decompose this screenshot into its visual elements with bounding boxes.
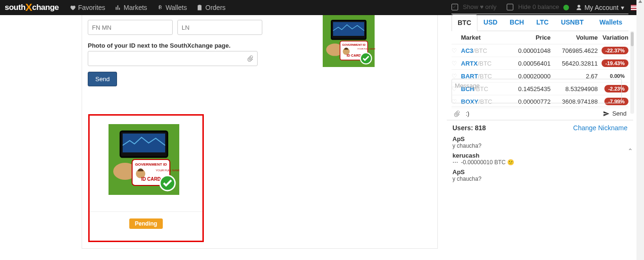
tab-usnbt[interactable]: USNBT (555, 14, 590, 31)
show-favorites-label: Show ♥ only (463, 3, 496, 10)
chat-panel: Users: 818 Change Nickname ⌃ ApSy chauch… (447, 120, 633, 120)
nav-orders[interactable]: Orders (196, 4, 226, 11)
heart-icon (69, 4, 76, 11)
btc-icon (157, 4, 163, 11)
brand-logo[interactable]: southXchange (5, 1, 59, 14)
uploaded-id-thumbnail: GOVERNMENT ID YOUR FULL NAME ID CARD (109, 124, 202, 195)
send-icon (603, 110, 610, 117)
chat-users-count: Users: 818 (452, 124, 486, 132)
svg-text:GOVERNMENT ID: GOVERNMENT ID (135, 162, 167, 167)
svg-text:GOVERNMENT ID: GOVERNMENT ID (342, 43, 365, 46)
market-row[interactable]: ♡AC3/BTC0.00001048706985.4622-22.37% (452, 44, 628, 57)
col-header-price[interactable]: Price (503, 34, 551, 41)
col-header-variation[interactable]: Variation (598, 34, 628, 41)
chevron-up-icon[interactable]: ⌃ (627, 147, 633, 155)
tab-bch[interactable]: BCH (503, 14, 530, 31)
svg-text:YOUR FULL NAME: YOUR FULL NAME (357, 48, 375, 50)
favorite-heart-icon[interactable]: ♡ (452, 47, 457, 54)
id-card-example-image: GOVERNMENT ID YOUR FULL NAME ID CARD (313, 15, 384, 67)
tab-btc[interactable]: BTC (452, 15, 477, 31)
currency-tabs: BTC USD BCH LTC USNBT Wallets (452, 14, 628, 31)
chat-message: kerucash⋯-0.00000010 BTC 😕 (452, 152, 627, 166)
svg-text:YOUR FULL NAME: YOUR FULL NAME (156, 169, 179, 172)
tab-ltc[interactable]: LTC (530, 14, 555, 31)
chat-message-input[interactable]: Message (452, 79, 622, 103)
change-nickname-link[interactable]: Change Nickname (573, 124, 627, 132)
svg-text:ID CARD: ID CARD (141, 176, 161, 182)
bars-icon (115, 4, 121, 11)
verification-panel: Photo of your ID next to the SouthXchang… (82, 15, 438, 249)
chat-message: ApSy chaucha? (452, 135, 627, 149)
market-filters: Show ♥ only Hide 0 balance (452, 0, 628, 14)
pending-status-badge: Pending (129, 218, 163, 229)
attach-icon[interactable] (453, 110, 460, 117)
last-name-input[interactable] (177, 20, 262, 35)
hide-zero-checkbox[interactable] (507, 4, 513, 10)
photo-upload-label: Photo of your ID next to the SouthXchang… (88, 42, 231, 49)
show-favorites-checkbox[interactable] (452, 4, 458, 10)
svg-rect-2 (333, 22, 364, 36)
col-header-market[interactable]: Market (461, 34, 503, 41)
pending-verification-card: GOVERNMENT ID YOUR FULL NAME ID CARD Pen… (88, 114, 204, 242)
emoji-button[interactable]: :) (466, 110, 469, 117)
market-row[interactable]: ♡ARTX/BTC0.0005640156420.32811-19.43% (452, 57, 628, 70)
photo-upload-input[interactable] (88, 51, 258, 66)
chat-send-button[interactable]: Send (603, 110, 627, 117)
nav-wallets[interactable]: Wallets (157, 4, 187, 11)
svg-text:ID CARD: ID CARD (347, 53, 361, 58)
tab-wallets[interactable]: Wallets (594, 14, 629, 31)
market-scrollbar[interactable] (630, 31, 634, 114)
col-header-volume[interactable]: Volume (551, 34, 598, 41)
hide-zero-label: Hide 0 balance (518, 3, 559, 10)
clipboard-icon (196, 4, 203, 11)
page-scrollbar[interactable] (636, 0, 644, 260)
chat-message: ApSy chaucha? (452, 168, 627, 182)
favorite-heart-icon[interactable]: ♡ (452, 60, 457, 67)
send-button[interactable]: Send (88, 72, 117, 86)
nav-markets[interactable]: Markets (115, 4, 147, 11)
svg-rect-12 (123, 134, 165, 152)
nav-favorites[interactable]: Favorites (69, 4, 106, 11)
paperclip-icon (247, 55, 253, 62)
first-name-input[interactable] (88, 20, 173, 35)
tab-usd[interactable]: USD (477, 14, 504, 31)
